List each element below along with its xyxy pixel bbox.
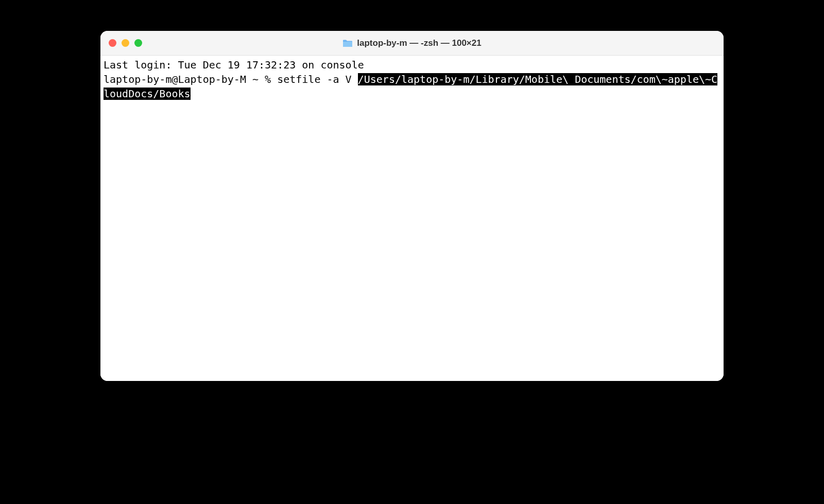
- terminal-window: laptop-by-m — -zsh — 100×21 Last login: …: [100, 31, 724, 381]
- command-line[interactable]: laptop-by-m@Laptop-by-M ~ % setfile -a V…: [104, 72, 720, 101]
- window-title: laptop-by-m — -zsh — 100×21: [357, 38, 481, 48]
- command-text: setfile -a V: [277, 73, 358, 85]
- terminal-body[interactable]: Last login: Tue Dec 19 17:32:23 on conso…: [100, 56, 724, 381]
- minimize-button[interactable]: [122, 39, 129, 47]
- window-title-container: laptop-by-m — -zsh — 100×21: [100, 38, 724, 48]
- traffic-lights: [109, 39, 142, 47]
- folder-icon: [342, 39, 353, 47]
- title-bar[interactable]: laptop-by-m — -zsh — 100×21: [100, 31, 724, 56]
- close-button[interactable]: [109, 39, 116, 47]
- last-login-line: Last login: Tue Dec 19 17:32:23 on conso…: [104, 58, 720, 72]
- maximize-button[interactable]: [134, 39, 142, 47]
- prompt: laptop-by-m@Laptop-by-M ~ %: [104, 73, 277, 85]
